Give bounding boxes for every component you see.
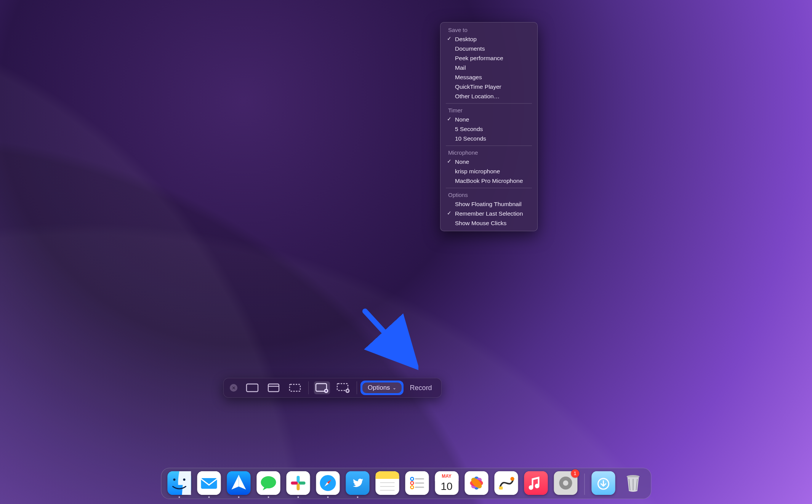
menu-item-saveto-4[interactable]: Messages [440, 72, 537, 82]
check-icon: ✓ [447, 35, 452, 42]
svg-rect-15 [201, 478, 217, 489]
menu-item-saveto-1[interactable]: Documents [440, 44, 537, 53]
screenshot-toolbar: ✕ Options ⌄ [223, 378, 442, 398]
menu-item-mic-2[interactable]: MacBook Pro Microphone [440, 176, 537, 186]
menu-item-options-2[interactable]: Show Mouse Clicks [440, 218, 537, 228]
music-icon [524, 471, 548, 495]
safari-icon [316, 471, 340, 495]
menu-item-label: Documents [455, 45, 485, 52]
record-selection-button[interactable] [335, 381, 351, 394]
dock-app-calendar[interactable]: MAY 10 [435, 471, 458, 495]
downloads-icon [591, 471, 615, 495]
menu-header-options: Options [440, 190, 537, 199]
record-button[interactable]: Record [407, 382, 435, 394]
svg-rect-2 [268, 384, 279, 392]
dock-app-twitter[interactable] [346, 471, 369, 495]
svg-rect-21 [298, 482, 305, 485]
options-button[interactable]: Options ⌄ [362, 382, 402, 393]
check-icon: ✓ [447, 116, 452, 122]
svg-rect-52 [499, 486, 503, 490]
capture-window-button[interactable] [266, 381, 282, 394]
svg-line-0 [365, 311, 409, 359]
running-indicator [178, 496, 180, 498]
screen-icon [246, 383, 259, 393]
dock-app-music[interactable] [524, 471, 548, 495]
menu-item-saveto-5[interactable]: QuickTime Player [440, 82, 537, 91]
menu-item-timer-0[interactable]: ✓None [440, 115, 537, 124]
record-entire-screen-button[interactable] [314, 381, 330, 394]
menu-item-label: MacBook Pro Microphone [455, 178, 523, 184]
menu-item-label: Show Mouse Clicks [455, 220, 506, 226]
menu-item-saveto-3[interactable]: Mail [440, 63, 537, 72]
reminders-icon [405, 471, 429, 495]
calendar-month: MAY [435, 471, 458, 481]
toolbar-separator [357, 381, 357, 394]
close-toolbar-button[interactable]: ✕ [230, 384, 237, 392]
svg-point-12 [173, 478, 175, 481]
notification-badge: 1 [571, 469, 579, 478]
close-x-icon: ✕ [232, 385, 236, 391]
dock-app-photos[interactable] [464, 471, 488, 495]
menu-header-timer: Timer [440, 106, 537, 115]
menu-item-label: 5 Seconds [455, 126, 483, 132]
trash-icon [621, 471, 645, 495]
calendar-day: 10 [435, 480, 458, 493]
desktop-wallpaper [0, 0, 812, 504]
dock-stack-downloads[interactable] [591, 471, 615, 495]
menu-item-label: Show Floating Thumbnail [455, 201, 522, 207]
dock-app-reminders[interactable] [405, 471, 429, 495]
menu-item-label: krisp microphone [455, 168, 500, 174]
menu-item-timer-2[interactable]: 10 Seconds [440, 134, 537, 143]
svg-point-10 [347, 390, 349, 392]
menu-divider [446, 188, 532, 188]
options-menu: Save to ✓DesktopDocumentsPeek performanc… [440, 22, 538, 231]
dock-app-notes[interactable] [375, 471, 399, 495]
running-indicator [357, 496, 358, 498]
dock-app-messages[interactable] [256, 471, 280, 495]
menu-item-saveto-2[interactable]: Peek performance [440, 53, 537, 63]
check-icon: ✓ [447, 158, 452, 164]
svg-point-51 [510, 477, 514, 481]
menu-item-label: Other Location… [455, 93, 500, 99]
menu-divider [446, 103, 532, 104]
running-indicator [327, 496, 328, 498]
record-selection-icon [336, 382, 351, 394]
check-icon: ✓ [447, 210, 452, 216]
finder-icon [167, 471, 191, 495]
dock-app-slack[interactable] [286, 471, 310, 495]
menu-item-options-0[interactable]: Show Floating Thumbnail [440, 199, 537, 209]
mail-icon [197, 471, 221, 495]
menu-item-mic-1[interactable]: krisp microphone [440, 166, 537, 176]
freeform-icon [494, 471, 518, 495]
menu-item-label: QuickTime Player [455, 83, 501, 90]
svg-rect-30 [375, 477, 399, 479]
menu-item-label: Peek performance [455, 55, 503, 61]
capture-selection-button[interactable] [287, 381, 303, 394]
menu-item-label: Messages [455, 74, 482, 80]
menu-item-mic-0[interactable]: ✓None [440, 157, 537, 166]
options-label: Options [368, 384, 390, 392]
dock-trash[interactable] [621, 471, 645, 495]
dock-separator [584, 474, 585, 495]
twitter-icon [346, 471, 369, 495]
chevron-down-icon: ⌄ [392, 385, 396, 390]
menu-divider [446, 146, 532, 146]
svg-rect-1 [247, 384, 258, 392]
menu-item-timer-1[interactable]: 5 Seconds [440, 124, 537, 134]
menu-item-options-1[interactable]: ✓Remember Last Selection [440, 209, 537, 218]
menu-item-saveto-0[interactable]: ✓Desktop [440, 34, 537, 44]
menu-item-saveto-6[interactable]: Other Location… [440, 91, 537, 101]
menu-item-label: 10 Seconds [455, 135, 486, 142]
svg-point-18 [261, 476, 276, 488]
dock-app-send[interactable] [227, 471, 250, 495]
dock-app-finder[interactable] [167, 471, 191, 495]
slack-icon [286, 471, 310, 495]
dock-app-system-settings[interactable]: 1 [554, 471, 577, 495]
capture-entire-screen-button[interactable] [244, 381, 260, 394]
dock-app-safari[interactable] [316, 471, 340, 495]
dock-app-mail[interactable] [197, 471, 221, 495]
svg-rect-19 [286, 471, 310, 495]
dock-app-freeform[interactable] [494, 471, 518, 495]
paper-plane-icon [227, 471, 250, 495]
menu-header-microphone: Microphone [440, 148, 537, 157]
